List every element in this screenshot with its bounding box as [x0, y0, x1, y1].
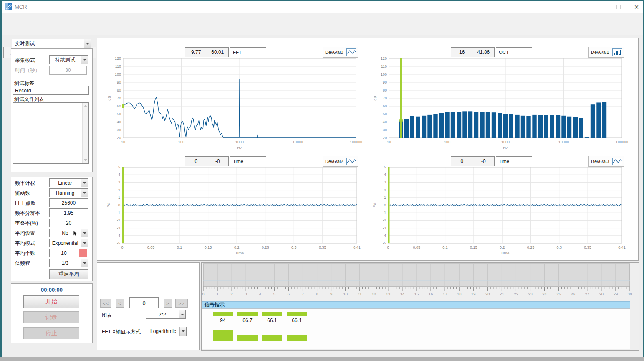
scroll-down-icon[interactable] [84, 159, 87, 161]
restart-average-button[interactable]: 重启平均 [49, 269, 88, 279]
svg-text:19: 19 [471, 292, 476, 296]
test-mode-select[interactable]: 实时测试 [12, 39, 91, 48]
svg-text:28: 28 [599, 292, 604, 296]
svg-text:50: 50 [383, 112, 387, 116]
chevron-down-icon [179, 310, 185, 318]
svg-text:0.1: 0.1 [177, 245, 182, 249]
svg-text:20: 20 [485, 292, 490, 296]
param-select-6[interactable]: No [49, 229, 88, 237]
svg-text:0.35: 0.35 [584, 245, 591, 249]
param-label-3: FFT 点数 [15, 200, 35, 207]
svg-text:-3: -3 [117, 226, 120, 230]
svg-text:0: 0 [121, 245, 123, 249]
param-value: 1/3 [62, 260, 69, 266]
nav-index-input[interactable]: 0 [129, 297, 159, 308]
param-input-5[interactable]: 20 [49, 219, 88, 227]
svg-text:0.15: 0.15 [205, 245, 212, 249]
scrollbar[interactable] [82, 103, 88, 163]
param-input-8[interactable]: 10 [49, 249, 78, 257]
param-input-3[interactable]: 25600 [49, 198, 88, 207]
fft-xaxis-select[interactable]: Logarithmic [147, 327, 187, 336]
duration-input[interactable]: 30 [49, 66, 87, 75]
param-select-9[interactable]: 1/3 [49, 259, 88, 267]
svg-text:5: 5 [273, 292, 275, 296]
record-button[interactable]: 记录 [23, 311, 79, 323]
param-select-7[interactable]: Exponential [49, 239, 88, 247]
svg-text:-5: -5 [117, 241, 120, 245]
minimize-button[interactable]: – [591, 1, 604, 13]
svg-text:40: 40 [117, 120, 121, 124]
svg-text:20: 20 [383, 136, 387, 140]
param-label-4: 频率分辨率 [15, 210, 40, 217]
param-label-9: 倍频程 [15, 260, 30, 267]
param-value: Hanning [56, 190, 75, 196]
time1-chart[interactable]: -5-4-3-2-101234500.050.10.150.20.250.30.… [102, 164, 359, 259]
nav-prev-button[interactable]: < [116, 299, 124, 308]
svg-text:22: 22 [514, 292, 518, 296]
svg-text:1000: 1000 [501, 140, 510, 144]
tab-bar: 文档设置通道设置数据采集 [2, 23, 643, 35]
time2-chart[interactable]: -5-4-3-2-101234500.050.10.150.20.250.30.… [368, 164, 625, 259]
param-label-1: 频率计权 [15, 180, 35, 187]
signal-level-value-1: 94 [213, 318, 233, 323]
signal-meter-top-2 [237, 312, 258, 316]
test-label-input[interactable]: Record [13, 86, 89, 95]
svg-text:1: 1 [384, 196, 386, 200]
svg-text:0.35: 0.35 [319, 245, 326, 249]
svg-text:-1: -1 [117, 211, 120, 215]
fft-chart[interactable]: 2030405060708090100110120101001000100001… [102, 54, 359, 153]
svg-text:0: 0 [202, 292, 204, 296]
start-button[interactable]: 开始 [23, 295, 79, 308]
svg-text:17: 17 [443, 292, 447, 296]
svg-text:24: 24 [542, 292, 547, 296]
svg-text:13: 13 [386, 292, 391, 296]
acq-mode-select[interactable]: 持续测试 [49, 55, 88, 64]
nav-first-button[interactable]: << [100, 299, 111, 308]
svg-text:0.15: 0.15 [470, 245, 477, 249]
svg-text:Pa: Pa [106, 202, 111, 207]
nav-last-button[interactable]: >> [175, 299, 188, 308]
nav-next-button[interactable]: > [164, 299, 172, 308]
svg-text:Time: Time [501, 251, 510, 255]
duration-label: 时间（秒） [15, 67, 40, 74]
svg-text:10: 10 [121, 140, 125, 144]
oct-chart[interactable]: 2030405060708090100110120101001000100001… [367, 54, 628, 153]
maximize-button[interactable] [612, 1, 625, 13]
svg-text:23: 23 [528, 292, 533, 296]
svg-text:2: 2 [230, 292, 232, 296]
scroll-up-icon[interactable] [84, 105, 87, 107]
close-button[interactable]: × [630, 1, 643, 13]
param-select-1[interactable]: Linear [49, 178, 88, 187]
svg-text:15: 15 [414, 292, 419, 296]
chart-layout-select[interactable]: 2*2 [146, 310, 186, 319]
channel-name: Dev6/ai2 [325, 159, 343, 164]
svg-text:110: 110 [381, 64, 387, 69]
svg-text:25: 25 [556, 292, 561, 296]
svg-text:120: 120 [381, 56, 387, 61]
file-list-caption: 测试文件列表 [14, 96, 44, 103]
svg-text:100: 100 [178, 140, 184, 144]
signal-meter-top-1 [213, 312, 233, 316]
svg-text:100: 100 [444, 140, 450, 144]
stop-button[interactable]: 停止 [23, 327, 79, 339]
svg-text:60: 60 [117, 104, 121, 108]
svg-text:100000: 100000 [616, 140, 628, 144]
param-value: Linear [58, 180, 72, 186]
signal-meter-level-1 [213, 330, 233, 341]
svg-text:20: 20 [117, 136, 121, 140]
svg-text:Hz: Hz [503, 145, 508, 150]
svg-text:12: 12 [372, 292, 376, 296]
test-file-list[interactable] [13, 102, 89, 164]
param-input-4[interactable]: 1.95 [49, 208, 88, 217]
divider [15, 79, 88, 79]
svg-text:0.41: 0.41 [353, 245, 361, 249]
svg-text:10: 10 [343, 292, 348, 296]
svg-text:0.41: 0.41 [618, 245, 626, 249]
chevron-down-icon [81, 179, 88, 187]
window-border-left [0, 0, 2, 357]
param-select-2[interactable]: Hanning [49, 188, 88, 197]
svg-text:80: 80 [117, 88, 121, 92]
svg-text:0: 0 [387, 245, 389, 249]
svg-text:10: 10 [387, 140, 391, 144]
svg-text:0.3: 0.3 [556, 245, 562, 249]
